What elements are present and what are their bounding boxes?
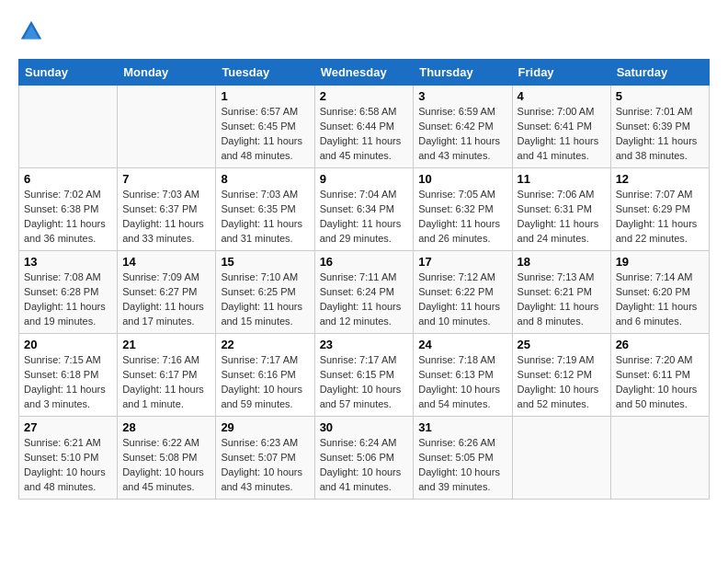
day-number: 13 bbox=[24, 255, 112, 269]
day-info: Sunrise: 7:03 AMSunset: 6:37 PMDaylight:… bbox=[122, 189, 204, 244]
calendar-cell: 14Sunrise: 7:09 AMSunset: 6:27 PMDayligh… bbox=[118, 251, 216, 334]
day-info: Sunrise: 7:19 AMSunset: 6:12 PMDaylight:… bbox=[518, 354, 599, 409]
day-number: 7 bbox=[122, 172, 210, 186]
day-info: Sunrise: 7:08 AMSunset: 6:28 PMDaylight:… bbox=[24, 271, 106, 327]
day-number: 27 bbox=[24, 420, 112, 434]
calendar-cell: 1Sunrise: 6:57 AMSunset: 6:45 PMDaylight… bbox=[216, 86, 314, 168]
calendar-table: SundayMondayTuesdayWednesdayThursdayFrid… bbox=[18, 59, 710, 500]
day-info: Sunrise: 7:12 AMSunset: 6:22 PMDaylight:… bbox=[418, 271, 500, 327]
day-number: 4 bbox=[518, 89, 606, 103]
calendar-cell: 3Sunrise: 6:59 AMSunset: 6:42 PMDaylight… bbox=[414, 86, 512, 168]
calendar-cell: 27Sunrise: 6:21 AMSunset: 5:10 PMDayligh… bbox=[19, 417, 118, 500]
day-info: Sunrise: 7:02 AMSunset: 6:38 PMDaylight:… bbox=[24, 189, 106, 244]
logo-icon bbox=[18, 18, 44, 44]
day-number: 17 bbox=[418, 255, 506, 269]
day-info: Sunrise: 7:07 AMSunset: 6:29 PMDaylight:… bbox=[616, 189, 698, 244]
day-info: Sunrise: 6:23 AMSunset: 5:07 PMDaylight:… bbox=[221, 437, 302, 492]
calendar-week-row: 6Sunrise: 7:02 AMSunset: 6:38 PMDaylight… bbox=[19, 168, 710, 251]
calendar-cell: 28Sunrise: 6:22 AMSunset: 5:08 PMDayligh… bbox=[118, 417, 216, 500]
day-info: Sunrise: 7:06 AMSunset: 6:31 PMDaylight:… bbox=[518, 189, 599, 244]
day-info: Sunrise: 6:58 AMSunset: 6:44 PMDaylight:… bbox=[320, 106, 402, 161]
day-number: 2 bbox=[320, 89, 409, 103]
calendar-cell: 30Sunrise: 6:24 AMSunset: 5:06 PMDayligh… bbox=[314, 417, 414, 500]
day-info: Sunrise: 7:09 AMSunset: 6:27 PMDaylight:… bbox=[122, 271, 204, 327]
calendar-cell: 4Sunrise: 7:00 AMSunset: 6:41 PMDaylight… bbox=[512, 86, 610, 168]
calendar-cell bbox=[118, 86, 216, 168]
day-number: 3 bbox=[418, 89, 506, 103]
day-info: Sunrise: 6:21 AMSunset: 5:10 PMDaylight:… bbox=[24, 437, 106, 492]
day-number: 30 bbox=[320, 420, 409, 434]
calendar-cell: 26Sunrise: 7:20 AMSunset: 6:11 PMDayligh… bbox=[610, 334, 709, 417]
day-number: 16 bbox=[320, 255, 409, 269]
calendar-cell: 7Sunrise: 7:03 AMSunset: 6:37 PMDaylight… bbox=[118, 168, 216, 251]
calendar-cell: 23Sunrise: 7:17 AMSunset: 6:15 PMDayligh… bbox=[314, 334, 414, 417]
day-number: 5 bbox=[616, 89, 704, 103]
calendar-cell bbox=[512, 417, 610, 500]
col-header-thursday: Thursday bbox=[414, 60, 512, 86]
calendar-week-row: 13Sunrise: 7:08 AMSunset: 6:28 PMDayligh… bbox=[19, 251, 710, 334]
day-info: Sunrise: 7:01 AMSunset: 6:39 PMDaylight:… bbox=[616, 106, 698, 161]
day-number: 10 bbox=[418, 172, 506, 186]
day-number: 28 bbox=[122, 420, 210, 434]
day-number: 18 bbox=[518, 255, 606, 269]
calendar-cell: 11Sunrise: 7:06 AMSunset: 6:31 PMDayligh… bbox=[512, 168, 610, 251]
day-number: 20 bbox=[24, 338, 112, 351]
calendar-cell: 21Sunrise: 7:16 AMSunset: 6:17 PMDayligh… bbox=[118, 334, 216, 417]
calendar-cell: 18Sunrise: 7:13 AMSunset: 6:21 PMDayligh… bbox=[512, 251, 610, 334]
calendar-cell: 29Sunrise: 6:23 AMSunset: 5:07 PMDayligh… bbox=[216, 417, 314, 500]
day-number: 29 bbox=[221, 420, 309, 434]
day-info: Sunrise: 7:20 AMSunset: 6:11 PMDaylight:… bbox=[616, 354, 698, 409]
day-info: Sunrise: 6:59 AMSunset: 6:42 PMDaylight:… bbox=[418, 106, 500, 161]
logo bbox=[18, 18, 48, 44]
calendar-week-row: 1Sunrise: 6:57 AMSunset: 6:45 PMDaylight… bbox=[19, 86, 710, 168]
calendar-cell: 17Sunrise: 7:12 AMSunset: 6:22 PMDayligh… bbox=[414, 251, 512, 334]
calendar-cell: 16Sunrise: 7:11 AMSunset: 6:24 PMDayligh… bbox=[314, 251, 414, 334]
col-header-tuesday: Tuesday bbox=[216, 60, 314, 86]
day-info: Sunrise: 6:22 AMSunset: 5:08 PMDaylight:… bbox=[122, 437, 204, 492]
calendar-cell: 25Sunrise: 7:19 AMSunset: 6:12 PMDayligh… bbox=[512, 334, 610, 417]
calendar-cell: 15Sunrise: 7:10 AMSunset: 6:25 PMDayligh… bbox=[216, 251, 314, 334]
calendar-cell: 12Sunrise: 7:07 AMSunset: 6:29 PMDayligh… bbox=[610, 168, 709, 251]
calendar-cell: 31Sunrise: 6:26 AMSunset: 5:05 PMDayligh… bbox=[414, 417, 512, 500]
day-info: Sunrise: 6:24 AMSunset: 5:06 PMDaylight:… bbox=[320, 437, 402, 492]
col-header-wednesday: Wednesday bbox=[314, 60, 414, 86]
calendar-cell: 5Sunrise: 7:01 AMSunset: 6:39 PMDaylight… bbox=[610, 86, 709, 168]
calendar-cell: 20Sunrise: 7:15 AMSunset: 6:18 PMDayligh… bbox=[19, 334, 118, 417]
calendar-header-row: SundayMondayTuesdayWednesdayThursdayFrid… bbox=[19, 60, 710, 86]
day-number: 23 bbox=[320, 338, 409, 351]
calendar-cell: 10Sunrise: 7:05 AMSunset: 6:32 PMDayligh… bbox=[414, 168, 512, 251]
day-number: 14 bbox=[122, 255, 210, 269]
calendar-cell: 8Sunrise: 7:03 AMSunset: 6:35 PMDaylight… bbox=[216, 168, 314, 251]
day-number: 1 bbox=[221, 89, 309, 103]
day-info: Sunrise: 7:17 AMSunset: 6:16 PMDaylight:… bbox=[221, 354, 302, 409]
day-number: 31 bbox=[418, 420, 506, 434]
day-info: Sunrise: 7:18 AMSunset: 6:13 PMDaylight:… bbox=[418, 354, 500, 409]
calendar-cell: 22Sunrise: 7:17 AMSunset: 6:16 PMDayligh… bbox=[216, 334, 314, 417]
calendar-cell bbox=[19, 86, 118, 168]
day-number: 6 bbox=[24, 172, 112, 186]
calendar-cell bbox=[610, 417, 709, 500]
day-info: Sunrise: 7:10 AMSunset: 6:25 PMDaylight:… bbox=[221, 271, 302, 327]
day-info: Sunrise: 7:04 AMSunset: 6:34 PMDaylight:… bbox=[320, 189, 402, 244]
day-number: 11 bbox=[518, 172, 606, 186]
day-info: Sunrise: 6:26 AMSunset: 5:05 PMDaylight:… bbox=[418, 437, 500, 492]
col-header-friday: Friday bbox=[512, 60, 610, 86]
day-number: 9 bbox=[320, 172, 409, 186]
day-info: Sunrise: 7:05 AMSunset: 6:32 PMDaylight:… bbox=[418, 189, 500, 244]
calendar-cell: 9Sunrise: 7:04 AMSunset: 6:34 PMDaylight… bbox=[314, 168, 414, 251]
page-header bbox=[18, 18, 710, 44]
calendar-cell: 2Sunrise: 6:58 AMSunset: 6:44 PMDaylight… bbox=[314, 86, 414, 168]
day-number: 15 bbox=[221, 255, 309, 269]
day-info: Sunrise: 7:16 AMSunset: 6:17 PMDaylight:… bbox=[122, 354, 204, 409]
day-number: 25 bbox=[518, 338, 606, 351]
calendar-cell: 19Sunrise: 7:14 AMSunset: 6:20 PMDayligh… bbox=[610, 251, 709, 334]
day-number: 22 bbox=[221, 338, 309, 351]
calendar-week-row: 20Sunrise: 7:15 AMSunset: 6:18 PMDayligh… bbox=[19, 334, 710, 417]
day-info: Sunrise: 7:13 AMSunset: 6:21 PMDaylight:… bbox=[518, 271, 599, 327]
day-number: 21 bbox=[122, 338, 210, 351]
calendar-cell: 24Sunrise: 7:18 AMSunset: 6:13 PMDayligh… bbox=[414, 334, 512, 417]
calendar-week-row: 27Sunrise: 6:21 AMSunset: 5:10 PMDayligh… bbox=[19, 417, 710, 500]
day-info: Sunrise: 7:11 AMSunset: 6:24 PMDaylight:… bbox=[320, 271, 402, 327]
day-info: Sunrise: 7:17 AMSunset: 6:15 PMDaylight:… bbox=[320, 354, 402, 409]
day-info: Sunrise: 7:15 AMSunset: 6:18 PMDaylight:… bbox=[24, 354, 106, 409]
